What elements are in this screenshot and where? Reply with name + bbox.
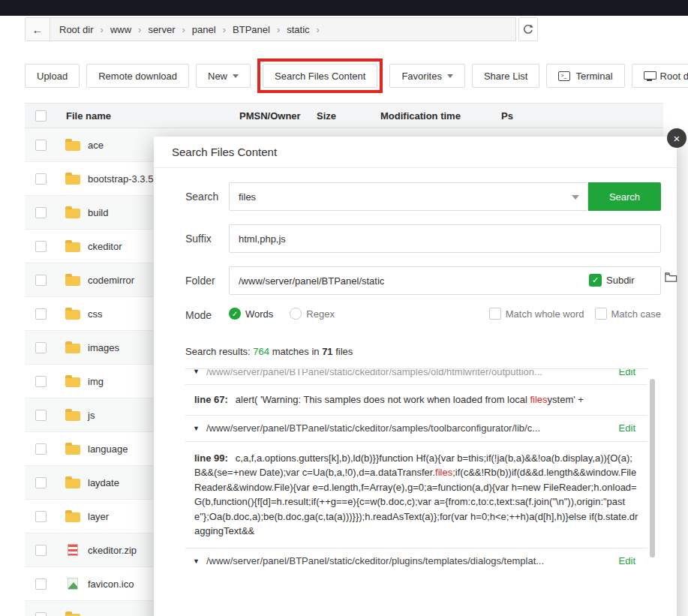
row-checkbox[interactable]	[35, 140, 47, 151]
match-case-option[interactable]: Match case	[595, 308, 661, 320]
subdir-label: Subdir	[606, 275, 635, 286]
row-checkbox[interactable]	[35, 376, 47, 387]
column-header-mtime[interactable]: Modification time	[380, 110, 501, 122]
search-results-list: ▼ /www/server/panel/BTPanel/static/ckedi…	[185, 368, 647, 616]
file-name[interactable]: ace	[88, 140, 104, 151]
choose-folder-icon[interactable]	[665, 272, 677, 286]
triangle-down-icon: ▼	[193, 368, 200, 375]
checkbox-unchecked-icon	[489, 308, 501, 320]
close-button[interactable]: ×	[667, 128, 686, 148]
row-checkbox[interactable]	[35, 207, 47, 218]
row-checkbox[interactable]	[35, 578, 47, 590]
result-path: /www/server/panel/BTPanel/static/ckedito…	[206, 555, 544, 566]
back-button[interactable]: ←	[25, 17, 50, 41]
share-list-button[interactable]: Share List	[472, 64, 540, 88]
breadcrumb-item-panel[interactable]: panel	[192, 24, 216, 35]
match-whole-word-option[interactable]: Match whole word	[489, 308, 584, 320]
row-checkbox[interactable]	[35, 443, 47, 455]
file-name[interactable]: images	[88, 342, 119, 353]
line-number-label: line 99:	[194, 452, 228, 464]
new-button[interactable]: New	[196, 64, 251, 88]
match-whole-word-label: Match whole word	[506, 308, 584, 320]
folder-icon	[65, 375, 80, 387]
mode-regex-option[interactable]: Regex	[290, 308, 335, 320]
match-highlight: files	[530, 394, 547, 405]
folder-icon	[65, 611, 80, 616]
remote-download-button[interactable]: Remote download	[86, 64, 189, 88]
folder-icon	[65, 476, 80, 488]
upload-button[interactable]: Upload	[25, 64, 80, 88]
search-term-input[interactable]	[229, 182, 588, 211]
edit-link[interactable]: Edit	[619, 368, 635, 377]
row-checkbox[interactable]	[35, 511, 47, 522]
file-name[interactable]: js	[88, 410, 95, 421]
breadcrumb-separator: ›	[223, 24, 226, 35]
column-header-ps[interactable]: Ps	[501, 110, 663, 122]
row-checkbox[interactable]	[35, 410, 47, 421]
file-name[interactable]: img	[88, 376, 104, 387]
breadcrumb-separator: ›	[182, 24, 185, 35]
result-path-row[interactable]: ▼ /www/server/panel/BTPanel/static/ckedi…	[185, 416, 647, 441]
search-files-content-label: Search Files Content	[275, 71, 365, 82]
mode-words-option[interactable]: ✓ Words	[229, 308, 273, 320]
favorites-button[interactable]: Favorites	[389, 64, 464, 88]
row-checkbox[interactable]	[35, 342, 47, 353]
file-name[interactable]: language	[88, 443, 128, 455]
search-submit-button[interactable]: Search	[588, 182, 661, 211]
breadcrumb-bar: ← Root dir › www › server › panel › BTPa…	[25, 17, 538, 41]
folder-icon	[65, 240, 80, 252]
select-all-checkbox[interactable]	[35, 110, 47, 122]
results-scrollbar[interactable]	[650, 379, 655, 557]
triangle-down-icon: ▼	[193, 557, 200, 565]
breadcrumb-item-static[interactable]: static	[287, 24, 309, 35]
result-path-row[interactable]: ▼ /www/server/panel/BTPanel/static/ckedi…	[185, 368, 647, 384]
row-checkbox[interactable]	[35, 545, 47, 556]
row-checkbox[interactable]	[35, 477, 47, 488]
match-count: 764	[253, 346, 269, 357]
row-checkbox[interactable]	[35, 308, 47, 320]
folder-icon	[65, 341, 80, 353]
subdir-checkbox[interactable]: ✓	[589, 274, 602, 287]
root-dir-label: Root dir (46G)	[660, 71, 688, 82]
file-name[interactable]: build	[88, 207, 108, 218]
file-name[interactable]: laydate	[88, 477, 119, 488]
column-header-owner[interactable]: PMSN/Owner	[239, 110, 317, 122]
file-name[interactable]: bootstrap-3.3.5	[88, 173, 153, 185]
search-files-content-button[interactable]: Search Files Content	[263, 64, 377, 88]
terminal-button[interactable]: >_ Terminal	[546, 64, 624, 88]
row-checkbox[interactable]	[35, 241, 47, 252]
match-highlight: files	[435, 467, 452, 478]
file-name[interactable]: layer	[88, 511, 109, 522]
row-checkbox[interactable]	[35, 173, 47, 185]
file-name[interactable]: ckeditor.zip	[88, 545, 137, 556]
result-path-row[interactable]: ▼ /www/server/panel/BTPanel/static/ckedi…	[185, 548, 647, 574]
subdir-option[interactable]: ✓ Subdir	[589, 274, 635, 287]
checkbox-unchecked-icon	[595, 308, 607, 320]
breadcrumb-item-rootdir[interactable]: Root dir	[59, 24, 94, 35]
folder-icon	[65, 409, 80, 421]
result-line-row: line 99:c,a,f,a.options.gutters[k],b),ld…	[185, 441, 647, 548]
column-header-size[interactable]: Size	[317, 110, 380, 122]
check-icon: ✓	[232, 310, 238, 318]
summary-suffix: files	[333, 346, 353, 357]
breadcrumb-separator: ›	[277, 24, 280, 35]
folder-label: Folder	[185, 275, 215, 287]
edit-link[interactable]: Edit	[619, 555, 635, 566]
check-icon: ✓	[592, 275, 599, 285]
breadcrumb-item-www[interactable]: www	[110, 24, 131, 35]
folder-icon	[65, 274, 80, 286]
refresh-button[interactable]	[518, 17, 538, 41]
favorites-label: Favorites	[401, 71, 441, 82]
edit-link[interactable]: Edit	[619, 422, 635, 434]
file-name[interactable]: ckeditor	[88, 241, 122, 252]
file-name[interactable]: codemirror	[88, 275, 134, 286]
file-name[interactable]: css	[88, 308, 103, 320]
row-checkbox[interactable]	[35, 612, 47, 616]
row-checkbox[interactable]	[35, 275, 47, 286]
root-dir-disk-button[interactable]: Root dir (46G)	[632, 64, 688, 88]
column-header-filename[interactable]: File name	[66, 110, 239, 122]
file-name[interactable]: favicon.ico	[88, 578, 134, 590]
breadcrumb-item-btpanel[interactable]: BTPanel	[233, 24, 270, 35]
breadcrumb-item-server[interactable]: server	[148, 24, 175, 35]
suffix-input[interactable]	[229, 224, 661, 253]
